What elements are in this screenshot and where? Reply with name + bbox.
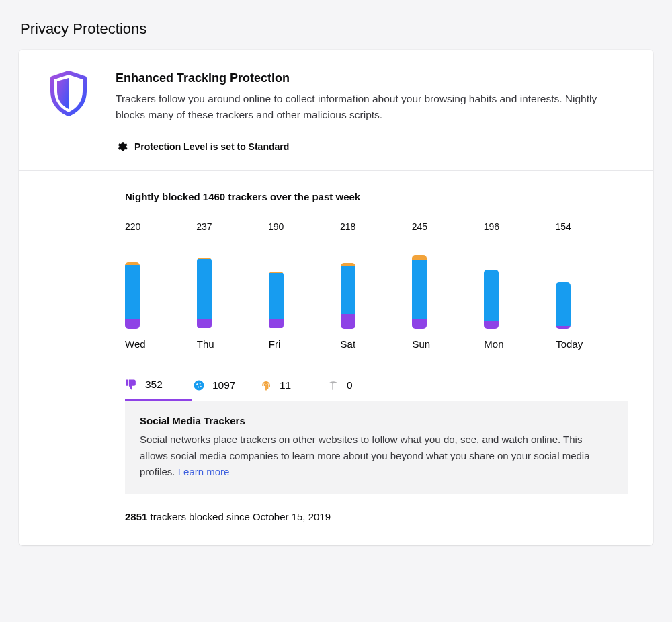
svg-point-4: [200, 386, 202, 387]
total-blocked-since: 2851 trackers blocked since October 15, …: [125, 511, 628, 522]
chart-day: 196Mon: [484, 236, 556, 350]
explain-body: Social networks place trackers on other …: [140, 432, 613, 480]
chart-day: 220Wed: [125, 236, 197, 350]
thumbs-down-icon: [125, 378, 138, 391]
chart-bar[interactable]: [484, 270, 499, 329]
bar-value-label: 154: [555, 221, 571, 232]
cookie-icon: [192, 379, 206, 392]
bar-value-label: 237: [196, 221, 212, 232]
tracker-tabs: 352 1097 11: [125, 374, 628, 401]
tracker-explanation: Social Media Trackers Social networks pl…: [125, 401, 628, 494]
tab-cryptominers-count: 0: [347, 379, 353, 391]
chart-bar[interactable]: [197, 258, 212, 329]
chart-day: 218Sat: [341, 236, 413, 350]
stats-section: Nightly blocked 1460 trackers over the p…: [19, 171, 653, 545]
chart-day: 237Thu: [197, 236, 269, 350]
chart-day-label: Mon: [484, 338, 503, 350]
chart-bar[interactable]: [556, 282, 571, 329]
chart-bar[interactable]: [412, 255, 427, 329]
hero-description: Trackers follow you around online to col…: [116, 91, 628, 123]
svg-point-3: [198, 387, 199, 388]
tab-fingerprinters-count: 11: [280, 379, 291, 391]
chart-day: 154Today: [556, 236, 628, 350]
gear-icon: [116, 141, 128, 153]
chart-bar[interactable]: [269, 272, 284, 329]
shield-icon: [44, 71, 93, 153]
chart-day-label: Wed: [125, 338, 146, 350]
tab-cookies[interactable]: 1097: [192, 374, 259, 401]
chart-day-label: Thu: [197, 338, 214, 350]
week-summary-title: Nightly blocked 1460 trackers over the p…: [125, 191, 628, 202]
bar-value-label: 245: [412, 221, 427, 232]
chart-bar[interactable]: [341, 263, 355, 329]
svg-point-2: [200, 383, 201, 385]
tab-fingerprinters[interactable]: 11: [259, 374, 327, 401]
bar-value-label: 196: [484, 221, 499, 232]
hero-title: Enhanced Tracking Protection: [116, 71, 628, 85]
weekly-chart: 220Wed237Thu190Fri218Sat245Sun196Mon154T…: [125, 236, 628, 350]
chart-day: 190Fri: [269, 236, 341, 350]
tab-cookies-count: 1097: [212, 379, 235, 391]
fingerprint-icon: [259, 379, 273, 392]
bar-value-label: 218: [340, 221, 355, 232]
hero-section: Enhanced Tracking Protection Trackers fo…: [19, 50, 653, 170]
chart-day-label: Sat: [341, 338, 356, 350]
svg-point-1: [196, 383, 198, 385]
chart-day-label: Sun: [412, 338, 430, 350]
chart-day: 245Sun: [412, 236, 484, 350]
learn-more-link[interactable]: Learn more: [178, 466, 230, 477]
chart-day-label: Fri: [269, 338, 281, 350]
pickaxe-icon: [327, 379, 340, 392]
tab-social-count: 352: [145, 379, 163, 391]
chart-day-label: Today: [556, 338, 583, 350]
bar-value-label: 220: [125, 221, 140, 232]
tab-cryptominers[interactable]: 0: [327, 374, 394, 401]
protection-level-text: Protection Level is set to Standard: [134, 141, 289, 152]
page-title: Privacy Protections: [20, 20, 653, 38]
explain-title: Social Media Trackers: [140, 415, 613, 426]
tab-social[interactable]: 352: [125, 374, 192, 401]
tracking-protection-card: Enhanced Tracking Protection Trackers fo…: [19, 50, 653, 545]
protection-level-row[interactable]: Protection Level is set to Standard: [116, 141, 628, 153]
bar-value-label: 190: [268, 221, 284, 232]
chart-bar[interactable]: [125, 262, 140, 329]
svg-point-0: [194, 381, 204, 391]
